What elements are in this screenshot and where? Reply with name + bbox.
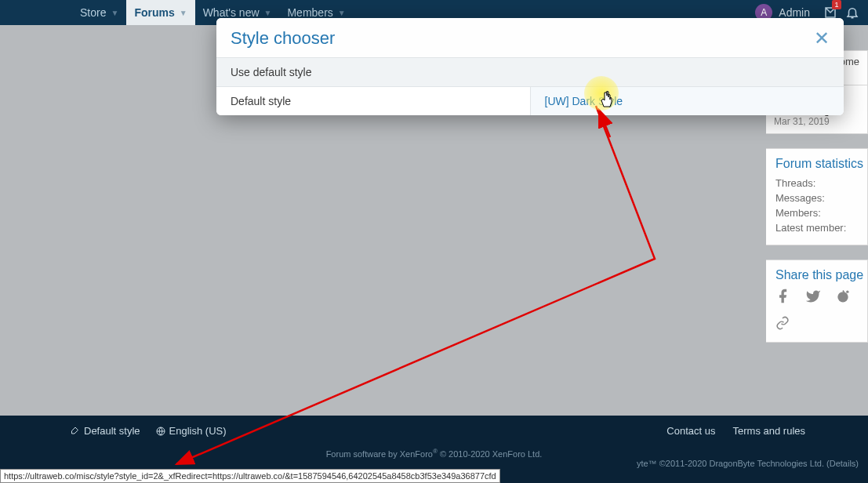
nav-forums[interactable]: Forums▼ [126, 0, 194, 25]
stat-latest: Latest member: [775, 222, 858, 234]
contact-link[interactable]: Contact us [666, 425, 715, 437]
post-date: Mar 31, 2019 [774, 116, 859, 127]
style-option-dark[interactable]: [UW] Dark Style [531, 87, 844, 115]
bell-icon[interactable] [843, 3, 862, 22]
paint-icon [71, 427, 80, 436]
widget-heading: Forum statistics [775, 157, 858, 171]
close-icon[interactable]: ✕ [814, 27, 830, 49]
nav-store[interactable]: Store▼ [72, 0, 126, 25]
widget-heading: Share this page [775, 268, 858, 282]
share-widget: Share this page [766, 260, 868, 343]
reddit-icon[interactable] [835, 289, 851, 308]
modal-title: Style chooser [231, 28, 335, 49]
forum-stats-widget: Forum statistics Threads: Messages: Memb… [766, 148, 868, 245]
stat-messages: Messages: [775, 192, 858, 204]
chevron-down-icon: ▼ [338, 9, 346, 17]
chevron-down-icon: ▼ [111, 9, 118, 17]
chevron-down-icon: ▼ [264, 9, 272, 17]
browser-status-bar: https://ultraweb.co/misc/style?style_id=… [0, 469, 500, 483]
twitter-icon[interactable] [805, 289, 821, 308]
language-chooser-link[interactable]: English (US) [156, 425, 227, 437]
svg-point-0 [837, 292, 848, 302]
user-name[interactable]: Admin [779, 6, 810, 19]
style-option-default[interactable]: Default style [216, 87, 531, 115]
notification-badge: 1 [832, 0, 841, 9]
stat-threads: Threads: [775, 177, 858, 189]
style-chooser-link[interactable]: Default style [71, 425, 140, 437]
stat-members: Members: [775, 207, 858, 219]
terms-link[interactable]: Terms and rules [733, 425, 805, 437]
facebook-icon[interactable] [775, 289, 791, 308]
link-icon[interactable] [775, 318, 790, 333]
style-chooser-modal: Style chooser ✕ Use default style Defaul… [216, 18, 844, 115]
footer-credits: Forum software by XenForo® © 2010-2020 X… [0, 443, 868, 468]
use-default-style-row[interactable]: Use default style [216, 57, 844, 87]
globe-icon [156, 427, 165, 436]
chevron-down-icon: ▼ [180, 9, 187, 17]
svg-point-1 [846, 291, 848, 293]
